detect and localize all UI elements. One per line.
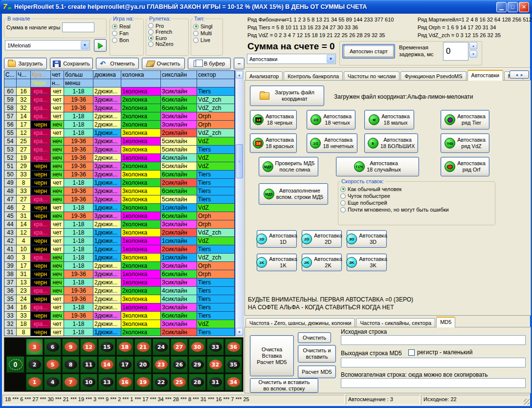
header-cell[interactable] bbox=[17, 79, 31, 87]
header-cell[interactable] bbox=[197, 79, 235, 87]
table-row[interactable]: 5617черннеч1-182дюжи...2колонка3сиклайнO… bbox=[4, 121, 235, 129]
md5-clear-paste-aux-button[interactable]: Очистить и вставить во вспом. строку bbox=[250, 378, 318, 393]
table-row[interactable]: 424чернчет1-181дюжи...1колонка1сиклайнVd… bbox=[4, 237, 235, 245]
toolbar-folder-open-button[interactable]: Загрузить bbox=[4, 58, 47, 69]
board-cell-33[interactable]: 33 bbox=[207, 339, 224, 355]
toolbar-floppy-disk-button[interactable]: Сохранить bbox=[50, 58, 93, 69]
table-row[interactable]: 3416кра...чет1-182дюжи...1колонка3сиклай… bbox=[4, 303, 235, 312]
preset-combobox[interactable]: 1Melonati ▼ bbox=[5, 40, 90, 50]
md5-big-button[interactable]: Очистка Вставка Расчет MD5 bbox=[250, 335, 294, 376]
game-on-option-fan[interactable]: Fan bbox=[112, 30, 141, 36]
bet-button-автоставка-3d[interactable]: 3DАвтоставка 3D bbox=[347, 230, 387, 248]
header-cell[interactable]: менш bbox=[64, 79, 93, 87]
board-cell-34[interactable]: 34 bbox=[225, 374, 242, 390]
table-row[interactable]: 5219кра...неч19-362дюжи...1колонка4сикла… bbox=[4, 154, 235, 162]
roulette-option-euro[interactable]: Euro bbox=[148, 35, 186, 41]
bet-button-автоставка-18-больших[interactable]: БАвтоставка 18 БОЛЬШИХ bbox=[364, 133, 418, 153]
type-option-live[interactable]: Live bbox=[193, 37, 221, 43]
table-row[interactable]: 3713черннеч1-182дюжи...1колонка3сиклайнT… bbox=[4, 279, 235, 287]
history-scrollbar[interactable]: ▲ ≡ ▼ bbox=[235, 70, 244, 336]
table-row[interactable]: 3524чернчет19-362дюжи...3колонка4сиклайн… bbox=[4, 295, 235, 303]
bet-button-автоставка-2d[interactable]: 2DАвтоставка 2D bbox=[302, 230, 342, 248]
header-cell[interactable] bbox=[93, 79, 121, 87]
board-cell-4[interactable]: 4 bbox=[44, 374, 61, 390]
bet-button-автоставка-18-четных[interactable]: 2/2Автоставка 18 четных bbox=[307, 110, 355, 129]
speed-option-чуток-побыстрее[interactable]: Чуток побыстрее bbox=[340, 193, 493, 199]
collapse-button[interactable]: – bbox=[234, 58, 244, 69]
source-string-input[interactable] bbox=[341, 335, 526, 345]
table-row[interactable]: 403кра...неч1-181дюжи...3колонка1сиклайн… bbox=[4, 254, 235, 262]
main-tab-анализатор[interactable]: Анализатор bbox=[245, 71, 283, 81]
table-row[interactable]: 3917черннеч1-182дюжи...2колонка3сиклайнO… bbox=[4, 262, 235, 270]
board-cell-13[interactable]: 13 bbox=[98, 374, 115, 390]
game-on-option-bon[interactable]: Bon bbox=[112, 37, 141, 43]
board-cell-19[interactable]: 19 bbox=[134, 374, 152, 390]
table-row[interactable]: 3623кра...неч19-362дюжи...2колонка4сикла… bbox=[4, 287, 235, 295]
table-row[interactable]: 4833черннеч19-363дюжи...3колонка6сиклайн… bbox=[4, 187, 235, 195]
maximize-button[interactable]: □ bbox=[508, 2, 518, 12]
board-cell-11[interactable]: 11 bbox=[80, 356, 97, 373]
board-cell-8[interactable]: 8 bbox=[62, 356, 79, 373]
md5-clear-button[interactable]: Очистить bbox=[298, 332, 331, 343]
board-cell-26[interactable]: 26 bbox=[171, 356, 188, 373]
board-cell-24[interactable]: 24 bbox=[153, 339, 170, 355]
header-cell[interactable]: Ч... bbox=[17, 71, 31, 79]
header-cell[interactable] bbox=[4, 79, 17, 87]
header-cell[interactable]: сектор bbox=[197, 71, 235, 79]
board-cell-6[interactable]: 6 bbox=[44, 339, 61, 355]
board-cell-5[interactable]: 5 bbox=[44, 356, 61, 373]
autospin-start-button[interactable]: Автоспин старт bbox=[342, 44, 395, 59]
minimize-button[interactable]: ▁ bbox=[496, 2, 507, 12]
board-cell-21[interactable]: 21 bbox=[134, 339, 152, 355]
table-row[interactable]: 5714кра...чет1-182дюжи...2колонка3сиклай… bbox=[4, 112, 235, 121]
board-cell-1[interactable]: 1 bbox=[26, 374, 43, 390]
board-cell-17[interactable]: 17 bbox=[116, 356, 133, 373]
bet-button-автоставка-3k[interactable]: 3KАвтоставка 3K bbox=[347, 254, 387, 271]
speed-option-еще-побыстрей[interactable]: Еще побыстрей bbox=[340, 200, 493, 206]
spinner-up-icon[interactable]: ▲ bbox=[469, 42, 477, 49]
board-cell-30[interactable]: 30 bbox=[189, 339, 206, 355]
roulette-option-french[interactable]: French bbox=[148, 29, 186, 35]
roulette-option-nozero[interactable]: NoZero bbox=[148, 41, 186, 47]
board-cell-20[interactable]: 20 bbox=[134, 356, 152, 373]
board-cell-9[interactable]: 9 bbox=[62, 339, 79, 355]
board-cell-16[interactable]: 16 bbox=[116, 374, 133, 390]
board-cell-10[interactable]: 10 bbox=[80, 374, 97, 390]
resize-grip[interactable] bbox=[524, 399, 530, 405]
toolbar-brush-button[interactable]: Очистить bbox=[142, 58, 185, 69]
load-coords-button[interactable]: Загрузить файл координат bbox=[250, 86, 324, 106]
board-cell-36[interactable]: 36 bbox=[225, 339, 242, 355]
bet-button-автоставка-18-малых[interactable]: MАвтоставка 18 малых bbox=[364, 110, 414, 129]
header-cell[interactable]: колонка bbox=[121, 71, 161, 79]
scroll-down-icon[interactable]: ▼ bbox=[236, 328, 243, 336]
bet-button-автоставка-18-черных[interactable]: 18Автоставка 18 черных bbox=[250, 110, 297, 129]
bet-button-проверить-мд5-после-спина[interactable]: МД5Проверить МД5 после спина bbox=[259, 157, 318, 176]
board-cell-35[interactable]: 35 bbox=[225, 356, 242, 373]
table-row[interactable]: 498чернчет1-181дюжи...2колонка2сиклайнTi… bbox=[4, 179, 235, 187]
table-row[interactable]: 3333черннеч19-363дюжи...3колонка6сиклайн… bbox=[4, 312, 235, 320]
header-cell[interactable]: дюжина bbox=[93, 71, 121, 79]
md5-calc-button[interactable]: Расчет MD5 bbox=[298, 365, 336, 378]
register-checkbox[interactable] bbox=[408, 349, 415, 356]
header-cell[interactable] bbox=[161, 79, 197, 87]
table-row[interactable]: 4727кра...неч19-363дюжи...3колонка5сикла… bbox=[4, 195, 235, 204]
table-row[interactable]: 6016кра...чет1-182дюжи...1колонка3сиклай… bbox=[4, 87, 235, 96]
bet-button-автоставка-ряд-tier[interactable]: Автоставка ряд Tier bbox=[441, 110, 489, 129]
spinner-down-icon[interactable]: ▼ bbox=[469, 50, 477, 58]
board-cell-zero[interactable]: 0 bbox=[6, 356, 24, 373]
table-row[interactable]: 462чернчет1-181дюжи...2колонка1сиклайнVd… bbox=[4, 204, 235, 212]
aux-string-input[interactable] bbox=[341, 378, 526, 388]
board-cell-27[interactable]: 27 bbox=[171, 339, 188, 355]
bet-button-автозаполнение-вспом-строки-мд5[interactable]: МД5Автозаполнение вспом. строки МД5 bbox=[259, 183, 328, 205]
table-row[interactable]: 4312кра...чет1-181дюжи...3колонка2сиклай… bbox=[4, 229, 235, 237]
header-cell[interactable] bbox=[121, 79, 161, 87]
board-cell-15[interactable]: 15 bbox=[98, 339, 115, 355]
board-cell-29[interactable]: 29 bbox=[189, 356, 206, 373]
header-cell[interactable]: С... bbox=[4, 71, 17, 79]
table-row[interactable]: 5129черннеч19-363дюжи...2колонка5сиклайн… bbox=[4, 162, 235, 171]
main-tab-частоты-по-числам[interactable]: Частоты по числам bbox=[344, 71, 399, 81]
header-cell[interactable]: Кра... bbox=[31, 71, 51, 79]
speed-option-почти-мгновенно-но-могут-быть-ошибки[interactable]: Почти мгновенно, но могут быть ошибки bbox=[340, 207, 493, 213]
board-cell-22[interactable]: 22 bbox=[153, 374, 170, 390]
scrollbar-thumb[interactable]: ≡ bbox=[236, 144, 243, 178]
